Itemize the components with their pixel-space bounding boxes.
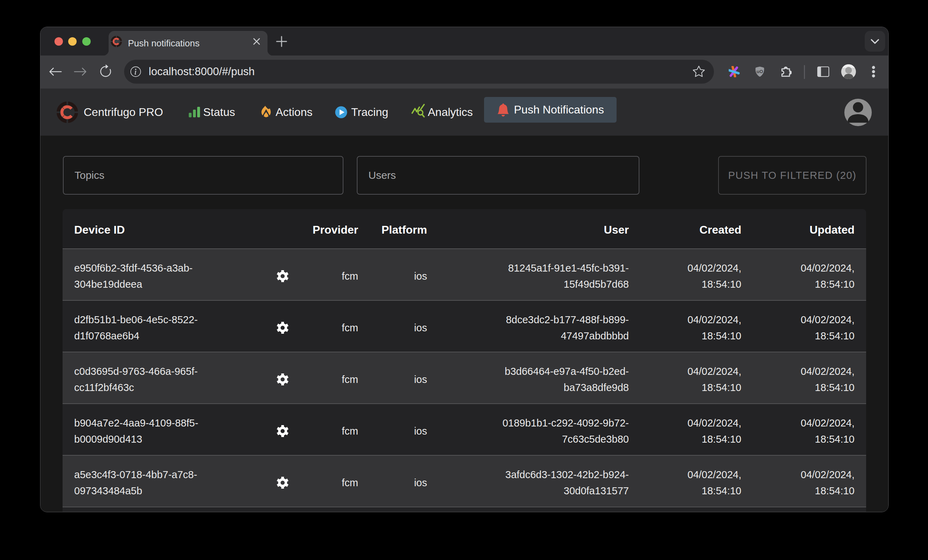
svg-text:uO: uO: [757, 69, 763, 74]
